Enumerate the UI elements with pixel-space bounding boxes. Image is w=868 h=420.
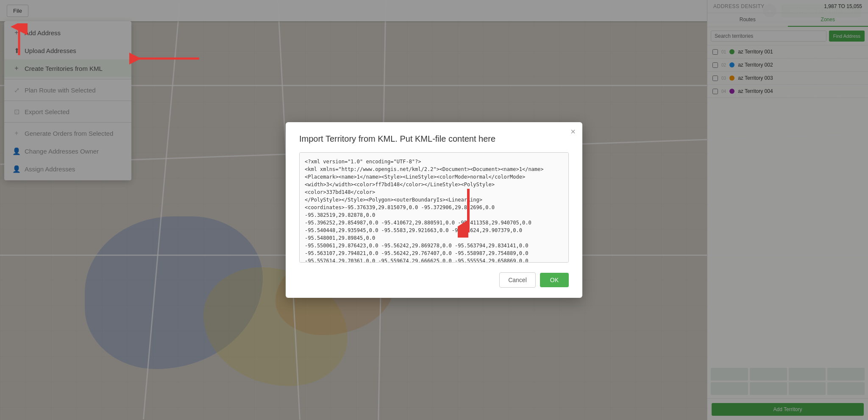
modal-title: Import Territory from KML. Put KML-file … — [299, 134, 569, 144]
kml-import-modal: Import Territory from KML. Put KML-file … — [286, 122, 582, 298]
modal-footer: Cancel OK — [299, 272, 569, 288]
annotation-arrow-up — [8, 23, 30, 57]
ok-button[interactable]: OK — [540, 273, 569, 287]
kml-content-textarea[interactable] — [299, 152, 569, 263]
annotation-arrow-down — [458, 187, 479, 238]
annotation-arrow-left — [129, 50, 201, 67]
modal-close-button[interactable]: × — [570, 127, 576, 136]
cancel-button[interactable]: Cancel — [499, 272, 536, 288]
